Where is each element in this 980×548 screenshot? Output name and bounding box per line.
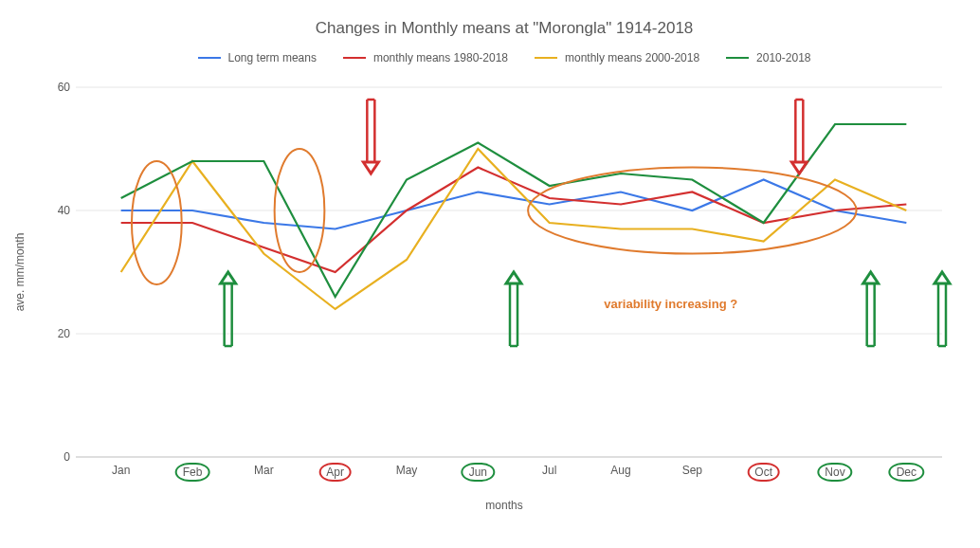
x-tick-label: Apr (318, 463, 352, 482)
legend-label: monthly means 1980-2018 (373, 51, 508, 64)
arrow-up-icon (935, 272, 950, 346)
x-tick-label: Oct (747, 463, 780, 482)
legend-item: Long term means (198, 51, 317, 64)
y-axis-label: ave. mm/month (13, 233, 27, 312)
series-line (121, 149, 907, 309)
arrow-down-icon (363, 100, 378, 174)
x-tick-label: May (390, 463, 424, 478)
legend-item: monthly means 1980-2018 (343, 51, 508, 64)
legend-swatch (198, 57, 221, 60)
x-tick-label: Jun (462, 463, 495, 482)
legend-item: 2010-2018 (726, 51, 810, 64)
annotation-variability: variability increasing ? (604, 297, 737, 311)
plot-svg: 0204060 (57, 87, 952, 457)
legend-swatch (343, 57, 366, 60)
x-axis-label: months (485, 499, 522, 512)
x-tick-label: Mar (248, 463, 280, 478)
arrow-up-icon (863, 272, 879, 346)
x-tick-label: Jan (106, 463, 136, 478)
x-tick-label: Aug (605, 463, 636, 478)
x-tick-label: Jul (536, 463, 562, 478)
svg-text:20: 20 (58, 327, 71, 340)
legend-label: monthly means 2000-2018 (565, 51, 699, 64)
legend-label: Long term means (228, 51, 317, 64)
legend-swatch (535, 57, 557, 60)
x-tick-label: Feb (175, 463, 210, 482)
legend-item: monthly means 2000-2018 (535, 51, 699, 64)
x-axis: JanFebMarAprMayJunJulAugSepOctNovDec (57, 457, 952, 482)
arrow-down-icon (791, 100, 807, 174)
x-tick-label: Dec (889, 463, 924, 482)
arrow-up-icon (221, 272, 236, 346)
svg-text:60: 60 (58, 81, 71, 94)
x-tick-label: Nov (817, 463, 852, 482)
legend: Long term meansmonthly means 1980-2018mo… (57, 51, 952, 64)
svg-text:40: 40 (58, 204, 71, 217)
x-tick-label: Sep (677, 463, 708, 478)
legend-swatch (726, 57, 749, 60)
plot-area: ave. mm/month 0204060 JanFebMarAprMayJun… (57, 87, 952, 457)
legend-label: 2010-2018 (756, 51, 810, 64)
chart-title: Changes in Monthly means at "Morongla" 1… (57, 19, 952, 38)
arrow-up-icon (506, 272, 521, 346)
chart-container: Changes in Monthly means at "Morongla" 1… (0, 0, 980, 548)
